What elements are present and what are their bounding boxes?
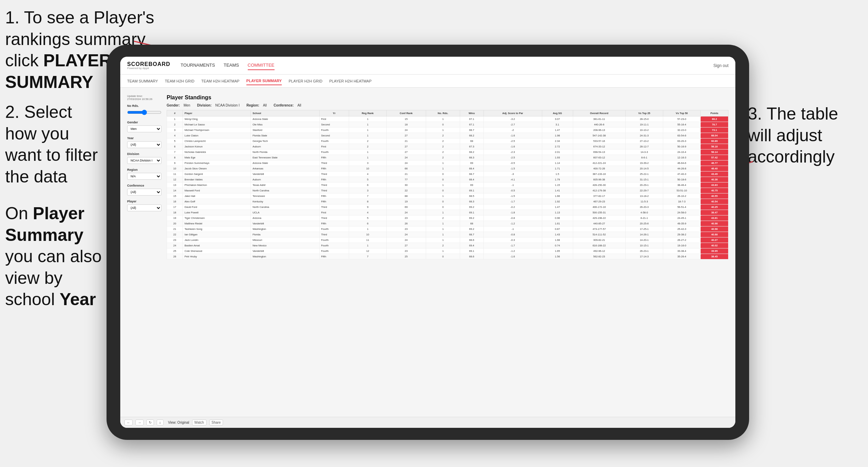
col-points: Points: [701, 110, 728, 116]
subnav-team-summary[interactable]: TEAM SUMMARY: [127, 77, 158, 85]
update-time: Update time: 27/03/2024 16:56:26: [127, 94, 162, 101]
table-row: 17David FordNorth CarolinaThird969069.2-…: [167, 204, 728, 210]
table-row: 23Jack LundinMissouriFourth1124168.6-0.3…: [167, 237, 728, 243]
sub-nav: TEAM SUMMARY TEAM H2H GRID TEAM H2H HEAT…: [120, 75, 735, 88]
player-filter: Player (All): [127, 200, 162, 211]
table-row: 3Michael ThorbjornsenStanfordFourth12416…: [167, 127, 728, 133]
instruction-right: 3. The table will adjust accordingly: [748, 103, 858, 168]
nav-committee[interactable]: COMMITTEE: [248, 61, 275, 70]
table-row: 1Wenyi DingArizona StateFirst115167.1-3.…: [167, 116, 728, 122]
toolbar-home-btn[interactable]: ⌂: [157, 420, 164, 425]
toolbar-share-btn[interactable]: Share: [209, 420, 223, 425]
division-filter-label: Division: [127, 152, 162, 156]
instruction-bottom: On Player Summary you can also view by s…: [5, 203, 112, 310]
toolbar-watch-btn[interactable]: Watch: [192, 420, 207, 425]
table-row: 21Tashkeen SongWashingtonFourth123169.2-…: [167, 226, 728, 232]
region-filter-label: Region: [127, 168, 162, 171]
conference-filter-label: Conference: [127, 184, 162, 187]
region-select[interactable]: N/A: [127, 173, 162, 180]
table-filters-row: Gender: Men Division: NCAA Division I Re…: [167, 103, 728, 107]
conference-display: Conference: All: [274, 103, 301, 107]
col-school: School: [251, 110, 319, 116]
col-avg-sg: Avg SG: [542, 110, 573, 116]
logo-sub: Powered by dippit: [127, 67, 170, 70]
toolbar-back-btn[interactable]: ←: [124, 420, 133, 425]
table-row: 18Luke PowellUCLAFirst424169.1-1.81.1350…: [167, 210, 728, 215]
table-row: 6Jackson KoivunAuburnFirst227267.3-1.62.…: [167, 144, 728, 149]
year-filter: Year (All): [127, 136, 162, 148]
table-row: 20Matthew RiedelVanderbiltFifth626168-1.…: [167, 221, 728, 226]
subnav-player-summary[interactable]: PLAYER SUMMARY: [246, 77, 282, 85]
toolbar-refresh-btn[interactable]: ↻: [146, 420, 154, 425]
division-filter: Division NCAA Division I: [127, 152, 162, 164]
col-no-rds: No. Rds.: [426, 110, 460, 116]
subnav-team-h2h-grid[interactable]: TEAM H2H GRID: [165, 77, 194, 85]
no-rds-filter: No Rds.: [127, 104, 162, 116]
no-rds-slider[interactable]: [127, 110, 162, 115]
table-row: 11Gordon SargentVanderbiltThird421068.7-…: [167, 171, 728, 177]
tablet-screen: SCOREBOARD Powered by dippit TOURNAMENTS…: [120, 57, 735, 428]
table-row: 7Nicholas GabrielckNorth FloridaFourth12…: [167, 149, 728, 155]
main-nav: TOURNAMENTS TEAMS COMMITTEE: [181, 61, 275, 70]
toolbar-forward-btn[interactable]: →: [135, 420, 144, 425]
logo-main: SCOREBOARD: [127, 62, 170, 67]
col-wins: Wins: [460, 110, 483, 116]
table-row: 5Christo LamprechtGeorgia TechFourth2212…: [167, 138, 728, 144]
player-select[interactable]: (All): [127, 204, 162, 211]
conference-filter: Conference (All): [127, 184, 162, 196]
division-display: Division: NCAA Division I: [197, 103, 240, 107]
table-area: Player Standings Gender: Men Division: N…: [167, 94, 728, 410]
conference-select[interactable]: (All): [127, 189, 162, 196]
year-bold: Year: [59, 290, 96, 309]
gender-filter-label: Gender: [127, 121, 162, 124]
toolbar-view: View: Original: [168, 421, 189, 424]
filters-panel: Update time: 27/03/2024 16:56:26 No Rds.…: [127, 94, 162, 410]
table-row: 2Michael Le SassoOle MissSecond118067.1-…: [167, 122, 728, 127]
standings-table: # Player School Yr Reg Rank Conf Rank No…: [167, 110, 728, 259]
table-row: 4Luke ClatonFlorida StateSecond127268.2-…: [167, 133, 728, 138]
app-logo: SCOREBOARD Powered by dippit: [127, 62, 170, 70]
player-filter-label: Player: [127, 200, 162, 203]
subnav-player-h2h-heatmap[interactable]: PLAYER H2H HEATMAP: [329, 77, 371, 85]
bottom-toolbar: ← → ↻ ⌂ View: Original Watch Share: [120, 417, 735, 428]
gender-select[interactable]: Men: [127, 125, 162, 132]
table-row: 26Petr HrubyWashingtonFifth725068.6-1.61…: [167, 254, 728, 259]
table-row: 14Maxwell FordNorth CarolinaThird322069.…: [167, 188, 728, 193]
col-reg-rank: Reg Rank: [349, 110, 387, 116]
col-yr: Yr: [319, 110, 349, 116]
subnav-player-h2h-grid[interactable]: PLAYER H2H GRID: [289, 77, 322, 85]
col-rank: #: [167, 110, 183, 116]
table-row: 22Ian GilliganFloridaThird1024168.7-0.81…: [167, 232, 728, 237]
table-row: 16Alex GoffKentuckyFifth819068.3-1.71.92…: [167, 199, 728, 204]
table-row: 24Bastien AmatNew MexicoFourth127269.4-1…: [167, 243, 728, 248]
table-row: 15Jake HallTennesseeFifth788168.5-1.51.6…: [167, 193, 728, 199]
table-row: 25Cole SherwoodVanderbiltFourth1223169.1…: [167, 248, 728, 254]
tablet-device: SCOREBOARD Powered by dippit TOURNAMENTS…: [107, 45, 749, 440]
gender-filter: Gender Men: [127, 121, 162, 132]
no-rds-label: No Rds.: [127, 104, 162, 108]
gender-display: Gender: Men: [167, 103, 190, 107]
header-right: Sign out: [713, 63, 728, 68]
col-top25: Vs Top 25: [625, 110, 663, 116]
instruction-step2: 2. Select how you want to filter the dat…: [5, 101, 108, 187]
col-player: Player: [183, 110, 251, 116]
nav-teams[interactable]: TEAMS: [224, 61, 239, 70]
app-header: SCOREBOARD Powered by dippit TOURNAMENTS…: [120, 57, 735, 75]
table-title: Player Standings: [167, 94, 728, 101]
col-conf-rank: Conf Rank: [386, 110, 426, 116]
table-row: 8Mats EgeEast Tennessee StateFifth124268…: [167, 155, 728, 160]
col-overall: Overall Record: [573, 110, 625, 116]
year-select[interactable]: (All): [127, 141, 162, 148]
main-content: Update time: 27/03/2024 16:56:26 No Rds.…: [120, 88, 735, 417]
col-top50: Vs Top 50: [663, 110, 700, 116]
region-display: Region: All: [246, 103, 267, 107]
sign-out-link[interactable]: Sign out: [713, 63, 728, 68]
table-row: 19Tiger ChristensenArizonaThird523269.2-…: [167, 215, 728, 221]
nav-tournaments[interactable]: TOURNAMENTS: [181, 61, 215, 70]
table-row: 9Preston SummerhaysArizona StateThird324…: [167, 160, 728, 166]
division-select[interactable]: NCAA Division I: [127, 157, 162, 164]
table-header-row: # Player School Yr Reg Rank Conf Rank No…: [167, 110, 728, 116]
subnav-team-h2h-heatmap[interactable]: TEAM H2H HEATMAP: [201, 77, 240, 85]
table-row: 12Brendan ValdesAuburnFifth577068.4-4.11…: [167, 177, 728, 182]
region-filter: Region N/A: [127, 168, 162, 180]
